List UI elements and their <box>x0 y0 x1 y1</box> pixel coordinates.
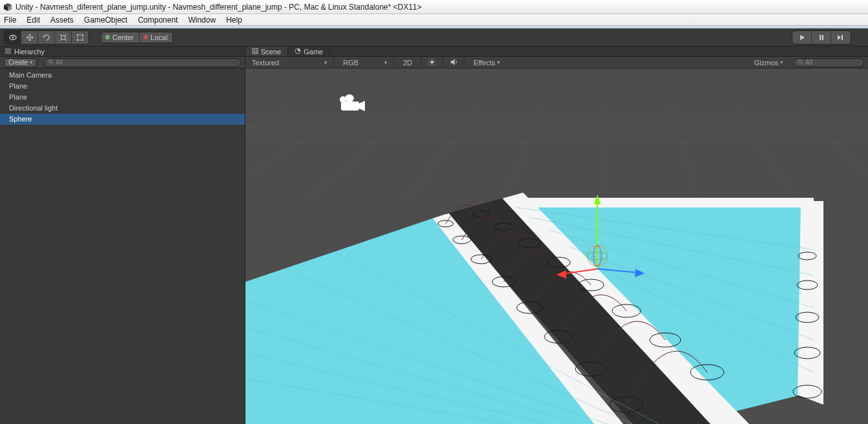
scale-tool-button[interactable] <box>55 31 72 44</box>
svg-rect-21 <box>253 48 258 54</box>
shading-mode-label: Textured <box>252 59 279 67</box>
effects-dropdown[interactable]: Effects ▾ <box>471 59 502 67</box>
unity-logo-icon <box>3 2 13 12</box>
svg-marker-14 <box>838 35 841 40</box>
search-icon <box>48 59 54 66</box>
pivot-toggle-group: Center Local <box>101 32 173 43</box>
chevron-updown-icon: ♦ <box>324 59 327 65</box>
svg-line-34 <box>429 64 430 65</box>
menu-assets[interactable]: Assets <box>50 16 74 25</box>
tab-game[interactable]: Game <box>288 47 330 56</box>
svg-line-20 <box>52 63 54 65</box>
tab-scene[interactable]: Scene <box>245 47 288 56</box>
move-tool-button[interactable] <box>21 31 38 44</box>
hierarchy-list: Main Camera Plane Plane Directional ligh… <box>0 69 245 424</box>
hierarchy-item-main-camera[interactable]: Main Camera <box>0 70 245 81</box>
svg-marker-36 <box>451 59 455 65</box>
dot-icon <box>143 35 148 39</box>
main-toolbar: Center Local <box>0 28 868 47</box>
scene-icon <box>252 48 258 56</box>
svg-rect-15 <box>842 35 843 40</box>
svg-point-7 <box>77 34 78 36</box>
scene-toolbar: Textured ♦ RGB ♦ 2D Effects ▾ <box>245 57 868 69</box>
svg-marker-11 <box>800 35 805 40</box>
transform-tool-group <box>4 30 89 45</box>
hierarchy-item-sphere[interactable]: Sphere <box>0 114 245 125</box>
tab-game-label: Game <box>304 48 323 56</box>
svg-point-9 <box>77 39 78 41</box>
pause-button[interactable] <box>812 31 831 44</box>
tab-scene-label: Scene <box>261 48 281 56</box>
scene-panel: Scene Game Textured ♦ RGB ♦ 2D <box>245 47 868 424</box>
hierarchy-subbar: Create ▾ All <box>0 57 245 69</box>
svg-point-17 <box>5 50 6 52</box>
play-button[interactable] <box>792 31 812 44</box>
hierarchy-search-input[interactable]: All <box>43 58 241 67</box>
svg-rect-5 <box>61 36 65 39</box>
gizmos-label: Gizmos <box>754 59 778 67</box>
chevron-down-icon: ▾ <box>497 59 500 65</box>
scene-search-placeholder: All <box>805 59 812 66</box>
hierarchy-item-plane[interactable]: Plane <box>0 92 245 103</box>
pivot-center-button[interactable]: Center <box>101 32 140 43</box>
svg-point-102 <box>345 94 354 102</box>
search-icon <box>798 59 803 66</box>
hierarchy-tab[interactable]: Hierarchy <box>0 47 245 57</box>
chevron-down-icon: ▾ <box>30 59 32 65</box>
svg-point-10 <box>82 39 83 41</box>
hierarchy-search-placeholder: All <box>56 59 63 66</box>
render-mode-label: RGB <box>343 59 358 67</box>
pivot-local-button[interactable]: Local <box>140 32 172 43</box>
scene-tabs: Scene Game <box>245 47 868 57</box>
play-controls-group <box>792 30 851 45</box>
svg-point-4 <box>12 36 14 38</box>
window-titlebar: Unity - Navmesh_diferent_plane_jump.unit… <box>0 0 868 14</box>
menu-gameobject[interactable]: GameObject <box>84 16 127 25</box>
pivot-center-label: Center <box>112 34 134 41</box>
pivot-local-label: Local <box>150 34 167 41</box>
svg-rect-12 <box>820 35 821 40</box>
scene-viewport[interactable] <box>245 69 868 424</box>
menu-help[interactable]: Help <box>226 16 242 25</box>
rect-tool-button[interactable] <box>72 31 88 44</box>
step-button[interactable] <box>831 31 851 44</box>
create-label: Create <box>8 59 28 66</box>
gizmos-dropdown[interactable]: Gizmos ▾ <box>752 59 785 67</box>
menu-edit[interactable]: Edit <box>26 16 40 25</box>
menu-component[interactable]: Component <box>138 16 178 25</box>
svg-rect-104 <box>341 101 359 111</box>
chevron-updown-icon: ♦ <box>384 59 387 65</box>
scene-search-input[interactable]: All <box>793 58 864 67</box>
svg-rect-6 <box>78 35 83 40</box>
svg-point-37 <box>799 60 802 63</box>
hierarchy-item-plane[interactable]: Plane <box>0 81 245 92</box>
rotate-tool-button[interactable] <box>38 31 55 44</box>
svg-point-8 <box>82 34 83 36</box>
svg-point-16 <box>5 48 6 50</box>
svg-point-18 <box>5 52 6 54</box>
game-icon <box>294 48 301 56</box>
svg-marker-60 <box>504 198 814 207</box>
svg-line-35 <box>434 59 435 60</box>
lighting-toggle-button[interactable] <box>428 58 436 67</box>
menu-file[interactable]: File <box>4 16 16 25</box>
hand-tool-button[interactable] <box>5 31 21 44</box>
create-dropdown-button[interactable]: Create ▾ <box>4 58 37 67</box>
audio-toggle-button[interactable] <box>450 58 457 67</box>
shading-mode-dropdown[interactable]: Textured <box>249 59 282 67</box>
hierarchy-panel: Hierarchy Create ▾ All Main Camera Plane… <box>0 47 245 424</box>
svg-line-38 <box>801 63 803 65</box>
toggle-2d-label: 2D <box>403 59 412 67</box>
menu-bar: File Edit Assets GameObject Component Wi… <box>0 14 868 26</box>
menu-window[interactable]: Window <box>188 16 216 25</box>
toggle-2d-button[interactable]: 2D <box>400 59 415 67</box>
render-mode-dropdown[interactable]: RGB <box>340 59 361 67</box>
svg-point-19 <box>49 60 52 63</box>
main-area: Hierarchy Create ▾ All Main Camera Plane… <box>0 47 868 424</box>
svg-marker-59 <box>798 201 823 405</box>
svg-rect-13 <box>822 35 823 40</box>
svg-line-33 <box>434 64 435 65</box>
hierarchy-item-directional-light[interactable]: Directional light <box>0 103 245 114</box>
hierarchy-tab-label: Hierarchy <box>14 48 45 56</box>
dot-icon <box>105 35 110 39</box>
